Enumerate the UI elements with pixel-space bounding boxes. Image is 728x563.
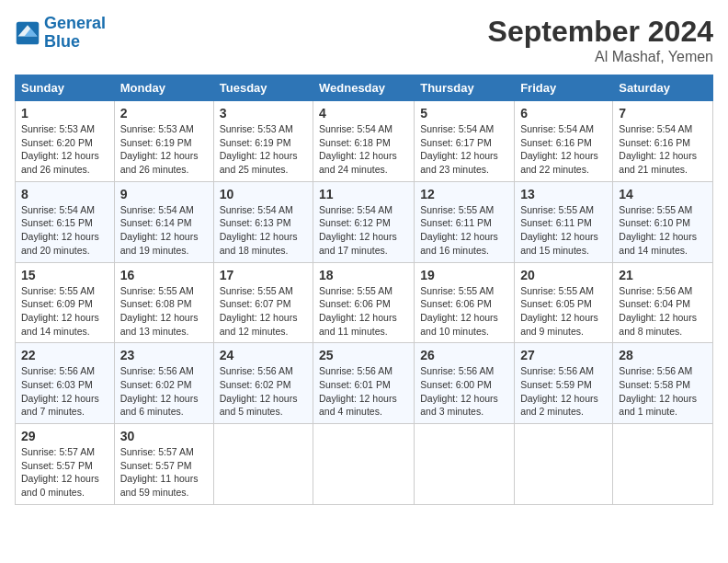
day-number: 1: [21, 106, 108, 121]
page-header: General Blue September 2024 Al Mashaf, Y…: [15, 15, 713, 65]
day-number: 16: [120, 268, 208, 282]
day-number: 2: [120, 106, 208, 121]
day-detail: Sunrise: 5:55 AMSunset: 6:11 PMDaylight:…: [420, 204, 498, 256]
calendar-cell: 25 Sunrise: 5:56 AMSunset: 6:01 PMDaylig…: [313, 343, 415, 424]
calendar-cell: 15 Sunrise: 5:55 AMSunset: 6:09 PMDaylig…: [16, 262, 115, 343]
title-area: September 2024 Al Mashaf, Yemen: [488, 15, 713, 65]
calendar-cell: [313, 424, 415, 505]
day-detail: Sunrise: 5:53 AMSunset: 6:20 PMDaylight:…: [21, 123, 99, 175]
day-number: 7: [619, 106, 707, 121]
calendar-cell: 22 Sunrise: 5:56 AMSunset: 6:03 PMDaylig…: [16, 343, 115, 424]
day-detail: Sunrise: 5:55 AMSunset: 6:05 PMDaylight:…: [520, 285, 598, 337]
day-number: 6: [520, 106, 607, 121]
day-number: 29: [21, 429, 108, 443]
calendar-cell: 23 Sunrise: 5:56 AMSunset: 6:02 PMDaylig…: [114, 343, 213, 424]
day-detail: Sunrise: 5:54 AMSunset: 6:18 PMDaylight:…: [319, 123, 397, 175]
calendar-cell: 27 Sunrise: 5:56 AMSunset: 5:59 PMDaylig…: [515, 343, 613, 424]
weekday-header-row: SundayMondayTuesdayWednesdayThursdayFrid…: [16, 75, 713, 101]
week-row-2: 8 Sunrise: 5:54 AMSunset: 6:15 PMDayligh…: [16, 181, 713, 262]
calendar-cell: 30 Sunrise: 5:57 AMSunset: 5:57 PMDaylig…: [114, 424, 213, 505]
calendar-cell: 14 Sunrise: 5:55 AMSunset: 6:10 PMDaylig…: [613, 181, 713, 262]
day-number: 25: [319, 348, 408, 362]
logo-general: General: [44, 14, 106, 32]
calendar-cell: 7 Sunrise: 5:54 AMSunset: 6:16 PMDayligh…: [613, 101, 713, 182]
day-number: 26: [420, 348, 508, 362]
day-number: 30: [120, 429, 208, 443]
day-number: 20: [520, 268, 607, 282]
logo-text: General Blue: [44, 15, 106, 52]
day-number: 27: [520, 348, 607, 362]
week-row-3: 15 Sunrise: 5:55 AMSunset: 6:09 PMDaylig…: [16, 262, 713, 343]
day-detail: Sunrise: 5:55 AMSunset: 6:09 PMDaylight:…: [21, 285, 99, 337]
calendar-cell: 12 Sunrise: 5:55 AMSunset: 6:11 PMDaylig…: [415, 181, 515, 262]
calendar-table: SundayMondayTuesdayWednesdayThursdayFrid…: [15, 75, 713, 505]
day-detail: Sunrise: 5:56 AMSunset: 6:03 PMDaylight:…: [21, 365, 99, 417]
calendar-cell: 2 Sunrise: 5:53 AMSunset: 6:19 PMDayligh…: [114, 101, 213, 182]
day-number: 15: [21, 268, 108, 282]
weekday-header-sunday: Sunday: [16, 75, 115, 101]
day-number: 17: [220, 268, 307, 282]
weekday-header-thursday: Thursday: [415, 75, 515, 101]
day-detail: Sunrise: 5:56 AMSunset: 6:01 PMDaylight:…: [319, 365, 397, 417]
calendar-cell: 19 Sunrise: 5:55 AMSunset: 6:06 PMDaylig…: [415, 262, 515, 343]
logo-icon: [15, 20, 40, 46]
calendar-cell: 11 Sunrise: 5:54 AMSunset: 6:12 PMDaylig…: [313, 181, 415, 262]
day-number: 19: [420, 268, 508, 282]
calendar-cell: 4 Sunrise: 5:54 AMSunset: 6:18 PMDayligh…: [313, 101, 415, 182]
day-number: 23: [120, 348, 208, 362]
day-detail: Sunrise: 5:56 AMSunset: 6:02 PMDaylight:…: [120, 365, 199, 417]
calendar-cell: 29 Sunrise: 5:57 AMSunset: 5:57 PMDaylig…: [16, 424, 115, 505]
day-detail: Sunrise: 5:56 AMSunset: 6:02 PMDaylight:…: [220, 365, 298, 417]
location-title: Al Mashaf, Yemen: [488, 49, 713, 65]
day-detail: Sunrise: 5:55 AMSunset: 6:06 PMDaylight:…: [319, 285, 397, 337]
week-row-4: 22 Sunrise: 5:56 AMSunset: 6:03 PMDaylig…: [16, 343, 713, 424]
calendar-cell: 18 Sunrise: 5:55 AMSunset: 6:06 PMDaylig…: [313, 262, 415, 343]
day-detail: Sunrise: 5:54 AMSunset: 6:13 PMDaylight:…: [220, 204, 298, 256]
day-detail: Sunrise: 5:56 AMSunset: 5:58 PMDaylight:…: [619, 365, 697, 417]
day-detail: Sunrise: 5:54 AMSunset: 6:14 PMDaylight:…: [120, 204, 199, 256]
day-number: 11: [319, 187, 408, 201]
calendar-cell: 13 Sunrise: 5:55 AMSunset: 6:11 PMDaylig…: [515, 181, 613, 262]
day-detail: Sunrise: 5:54 AMSunset: 6:15 PMDaylight:…: [21, 204, 99, 256]
day-detail: Sunrise: 5:55 AMSunset: 6:08 PMDaylight:…: [120, 285, 199, 337]
day-number: 5: [420, 106, 508, 121]
day-detail: Sunrise: 5:54 AMSunset: 6:16 PMDaylight:…: [520, 123, 598, 175]
day-number: 10: [220, 187, 307, 201]
day-detail: Sunrise: 5:54 AMSunset: 6:17 PMDaylight:…: [420, 123, 498, 175]
calendar-cell: 28 Sunrise: 5:56 AMSunset: 5:58 PMDaylig…: [613, 343, 713, 424]
day-number: 22: [21, 348, 108, 362]
day-detail: Sunrise: 5:53 AMSunset: 6:19 PMDaylight:…: [220, 123, 298, 175]
calendar-cell: 16 Sunrise: 5:55 AMSunset: 6:08 PMDaylig…: [114, 262, 213, 343]
calendar-cell: [515, 424, 613, 505]
day-detail: Sunrise: 5:54 AMSunset: 6:12 PMDaylight:…: [319, 204, 397, 256]
calendar-cell: 9 Sunrise: 5:54 AMSunset: 6:14 PMDayligh…: [114, 181, 213, 262]
day-number: 28: [619, 348, 707, 362]
logo-blue: Blue: [44, 32, 80, 51]
day-number: 3: [220, 106, 307, 121]
day-number: 14: [619, 187, 707, 201]
day-detail: Sunrise: 5:54 AMSunset: 6:16 PMDaylight:…: [619, 123, 697, 175]
calendar-cell: 20 Sunrise: 5:55 AMSunset: 6:05 PMDaylig…: [515, 262, 613, 343]
day-number: 4: [319, 106, 408, 121]
month-title: September 2024: [488, 15, 713, 49]
weekday-header-saturday: Saturday: [613, 75, 713, 101]
calendar-cell: 1 Sunrise: 5:53 AMSunset: 6:20 PMDayligh…: [16, 101, 115, 182]
weekday-header-tuesday: Tuesday: [213, 75, 313, 101]
calendar-cell: [213, 424, 313, 505]
day-detail: Sunrise: 5:56 AMSunset: 5:59 PMDaylight:…: [520, 365, 598, 417]
day-number: 9: [120, 187, 208, 201]
day-number: 21: [619, 268, 707, 282]
day-detail: Sunrise: 5:56 AMSunset: 6:00 PMDaylight:…: [420, 365, 498, 417]
calendar-cell: 8 Sunrise: 5:54 AMSunset: 6:15 PMDayligh…: [16, 181, 115, 262]
day-detail: Sunrise: 5:55 AMSunset: 6:07 PMDaylight:…: [220, 285, 298, 337]
day-number: 12: [420, 187, 508, 201]
day-number: 13: [520, 187, 607, 201]
day-detail: Sunrise: 5:55 AMSunset: 6:10 PMDaylight:…: [619, 204, 697, 256]
day-detail: Sunrise: 5:55 AMSunset: 6:06 PMDaylight:…: [420, 285, 498, 337]
weekday-header-friday: Friday: [515, 75, 613, 101]
day-number: 18: [319, 268, 408, 282]
calendar-cell: [415, 424, 515, 505]
calendar-cell: 24 Sunrise: 5:56 AMSunset: 6:02 PMDaylig…: [213, 343, 313, 424]
calendar-cell: 10 Sunrise: 5:54 AMSunset: 6:13 PMDaylig…: [213, 181, 313, 262]
day-detail: Sunrise: 5:55 AMSunset: 6:11 PMDaylight:…: [520, 204, 598, 256]
